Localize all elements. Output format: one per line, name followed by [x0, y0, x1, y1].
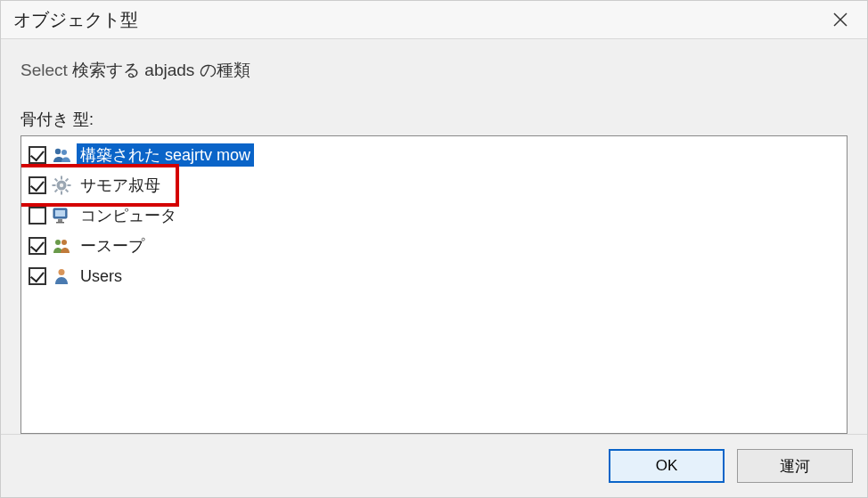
- svg-rect-16: [58, 219, 62, 222]
- gear-icon: [51, 175, 72, 196]
- item-checkbox[interactable]: [29, 207, 46, 225]
- people-group-icon: [51, 144, 72, 166]
- svg-rect-15: [55, 210, 65, 216]
- item-icon: [51, 235, 72, 257]
- svg-rect-9: [65, 189, 69, 192]
- svg-rect-12: [53, 184, 56, 186]
- svg-point-18: [55, 240, 61, 245]
- object-type-list[interactable]: 構築された seajrtv mowサモア叔母コンピュータースープUsers: [20, 135, 848, 434]
- item-icon: [51, 205, 72, 226]
- cancel-button[interactable]: 運河: [737, 449, 853, 483]
- list-label: 骨付き 型:: [20, 109, 848, 130]
- object-types-dialog: オブジェクト型 Select 検索する abjads の種類 骨付き 型: 構築…: [0, 0, 868, 498]
- item-label: 構築された seajrtv mow: [77, 143, 254, 167]
- svg-point-20: [59, 269, 65, 275]
- titlebar: オブジェクト型: [1, 1, 867, 39]
- item-icon: [51, 265, 72, 287]
- dialog-title: オブジェクト型: [13, 8, 138, 32]
- list-item[interactable]: コンピュータ: [23, 200, 845, 231]
- svg-point-2: [55, 149, 61, 154]
- list-item[interactable]: Users: [23, 261, 845, 291]
- item-checkbox[interactable]: [29, 176, 46, 194]
- close-button[interactable]: [823, 6, 858, 33]
- list-item[interactable]: ースープ: [23, 231, 845, 261]
- button-row: OK 運河: [1, 434, 867, 497]
- svg-rect-10: [61, 192, 62, 195]
- instruction-text: Select 検索する abjads の種類: [20, 59, 848, 82]
- svg-point-19: [61, 240, 67, 245]
- item-icon: [51, 144, 72, 166]
- computer-icon: [51, 205, 72, 226]
- item-label: Users: [77, 266, 126, 287]
- svg-rect-13: [54, 178, 58, 182]
- svg-rect-11: [54, 189, 58, 192]
- item-icon: [51, 175, 72, 196]
- people-pair-icon: [51, 235, 72, 257]
- svg-rect-7: [65, 178, 69, 182]
- item-checkbox[interactable]: [29, 146, 46, 164]
- svg-rect-17: [56, 222, 64, 224]
- close-icon: [833, 12, 848, 27]
- item-label: ースープ: [77, 234, 148, 257]
- item-checkbox[interactable]: [29, 237, 46, 255]
- ok-button[interactable]: OK: [609, 449, 725, 483]
- instruction-prefix: Select: [20, 61, 72, 79]
- dialog-content: Select 検索する abjads の種類 骨付き 型: 構築された seaj…: [1, 39, 867, 434]
- list-item[interactable]: 構築された seajrtv mow: [23, 140, 845, 170]
- svg-point-3: [61, 150, 67, 155]
- svg-rect-8: [68, 184, 71, 186]
- item-checkbox[interactable]: [29, 267, 46, 285]
- svg-point-5: [60, 184, 63, 187]
- instruction-rest: 検索する abjads の種類: [72, 61, 250, 79]
- list-item[interactable]: サモア叔母: [23, 170, 845, 200]
- svg-rect-6: [61, 176, 62, 180]
- item-label: サモア叔母: [77, 174, 164, 197]
- item-label: コンピュータ: [77, 204, 180, 227]
- person-icon: [51, 265, 72, 287]
